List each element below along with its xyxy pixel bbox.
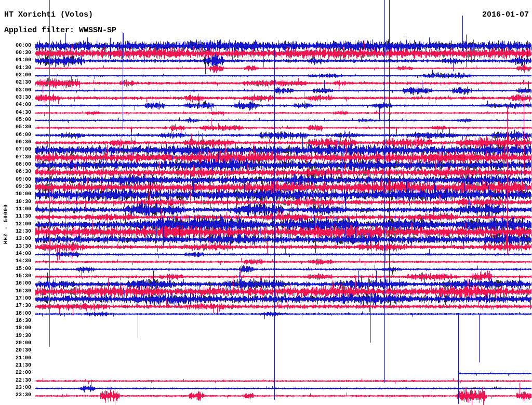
time-label: 00:30 <box>0 50 31 56</box>
time-label: 22:00 <box>0 370 31 375</box>
time-label: 06:30 <box>0 139 31 145</box>
time-label: 09:30 <box>0 184 31 190</box>
time-label: 20:30 <box>0 347 31 353</box>
time-label: 15:30 <box>0 273 31 279</box>
time-label: 20:00 <box>0 340 31 346</box>
time-label: 07:30 <box>0 154 31 160</box>
time-label: 19:00 <box>0 325 31 331</box>
time-label: 12:30 <box>0 228 31 234</box>
time-label: 14:00 <box>0 251 31 256</box>
time-label: 14:30 <box>0 258 31 264</box>
helicorder-page: HT Xorichti (Volos) Applied filter: WWSS… <box>0 0 532 405</box>
time-label: 18:00 <box>0 310 31 316</box>
time-label: 05:30 <box>0 124 31 130</box>
time-label: 17:30 <box>0 303 31 308</box>
helicorder-trace-canvas <box>0 0 532 405</box>
time-label: 22:30 <box>0 377 31 383</box>
time-label: 23:00 <box>0 385 31 390</box>
date-label: 2016-01-07 <box>482 10 529 19</box>
time-label: 13:00 <box>0 236 31 241</box>
time-label: 02:00 <box>0 72 31 78</box>
time-label: 10:00 <box>0 191 31 197</box>
time-label: 01:00 <box>0 57 31 63</box>
time-label: 13:30 <box>0 244 31 249</box>
time-label: 15:00 <box>0 266 31 272</box>
time-label: 21:00 <box>0 355 31 361</box>
time-label: 03:30 <box>0 95 31 100</box>
time-label: 11:00 <box>0 206 31 212</box>
time-label: 23:30 <box>0 392 31 398</box>
time-label: 04:00 <box>0 102 31 107</box>
time-label: 21:30 <box>0 362 31 368</box>
time-label: 16:30 <box>0 288 31 294</box>
time-label: 17:00 <box>0 295 31 301</box>
time-label: 08:00 <box>0 161 31 167</box>
time-label: 09:00 <box>0 177 31 182</box>
time-label: 05:00 <box>0 117 31 123</box>
time-label: 08:30 <box>0 169 31 174</box>
applied-filter-label: Applied filter: WWSSN-SP <box>4 26 116 35</box>
time-label: 07:00 <box>0 146 31 152</box>
time-label: 18:30 <box>0 318 31 323</box>
station-title: HT Xorichti (Volos) <box>4 10 93 19</box>
time-label: 04:30 <box>0 110 31 115</box>
time-label: 16:00 <box>0 280 31 286</box>
time-label: 01:30 <box>0 65 31 71</box>
time-label: 02:30 <box>0 79 31 85</box>
time-label: 12:00 <box>0 221 31 227</box>
time-label: 00:00 <box>0 43 31 48</box>
time-label: 03:00 <box>0 87 31 93</box>
time-label: 10:30 <box>0 199 31 205</box>
time-label: 19:30 <box>0 333 31 339</box>
time-label: 06:00 <box>0 132 31 138</box>
time-label: 11:30 <box>0 213 31 219</box>
